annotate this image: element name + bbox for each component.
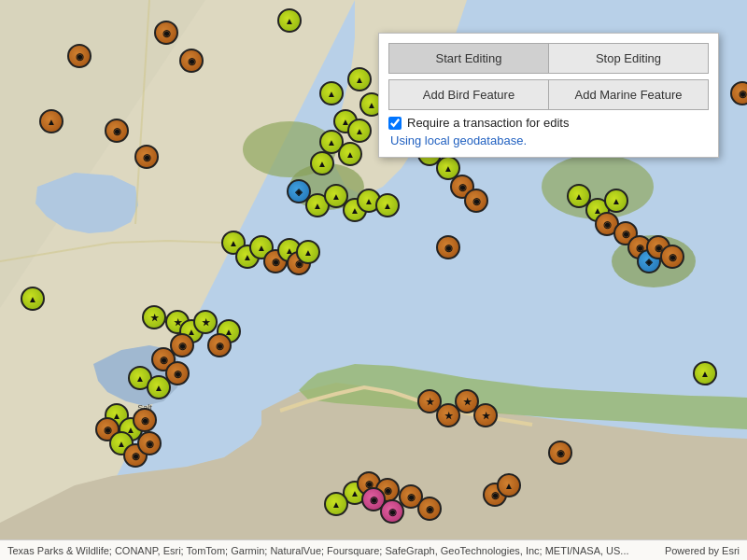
map-marker[interactable]: ◉ xyxy=(660,245,684,269)
map-marker[interactable]: ◉ xyxy=(133,408,157,432)
map-marker[interactable]: ★ xyxy=(193,310,218,334)
map-marker[interactable]: ▲ xyxy=(147,375,171,399)
map-marker[interactable]: ▲ xyxy=(319,81,344,105)
add-marine-feature-button[interactable]: Add Marine Feature xyxy=(548,79,709,110)
map-marker[interactable]: ◉ xyxy=(179,49,204,73)
transaction-checkbox-row: Require a transaction for edits xyxy=(388,116,709,130)
map-marker[interactable]: ▲ xyxy=(347,119,372,143)
stop-editing-button[interactable]: Stop Editing xyxy=(548,43,709,74)
map-marker[interactable]: ◉ xyxy=(154,21,178,45)
map-marker[interactable]: ▲ xyxy=(693,361,717,385)
map-marker[interactable]: ◉ xyxy=(137,431,162,455)
map-marker[interactable]: ★ xyxy=(142,305,166,329)
map-marker[interactable]: ◉ xyxy=(464,189,488,213)
geodatabase-link[interactable]: Using local geodatabase. xyxy=(390,133,709,147)
map-marker[interactable]: ▲ xyxy=(310,151,334,175)
map-marker[interactable]: ▲ xyxy=(338,142,362,166)
status-bar: Texas Parks & Wildlife; CONANP, Esri; To… xyxy=(0,539,747,560)
map-marker[interactable]: ◉ xyxy=(134,145,159,169)
feature-buttons-row: Add Bird Feature Add Marine Feature xyxy=(388,79,709,110)
map-marker[interactable]: ◉ xyxy=(207,333,232,357)
require-transaction-label: Require a transaction for edits xyxy=(407,116,569,130)
map-marker[interactable]: ▲ xyxy=(277,8,302,33)
map-marker[interactable]: ★ xyxy=(473,403,498,427)
map-marker[interactable]: ▲ xyxy=(497,473,521,497)
edit-panel: Start Editing Stop Editing Add Bird Feat… xyxy=(378,33,719,158)
editing-buttons-row: Start Editing Stop Editing xyxy=(388,43,709,74)
require-transaction-checkbox[interactable] xyxy=(388,117,402,130)
map-marker[interactable]: ◉ xyxy=(436,235,460,259)
map-marker[interactable]: ▲ xyxy=(21,287,45,311)
attribution-text: Texas Parks & Wildlife; CONANP, Esri; To… xyxy=(7,545,629,556)
map-marker[interactable]: ◉ xyxy=(67,44,92,68)
map-marker[interactable]: ▲ xyxy=(375,193,400,217)
map-marker[interactable]: ◉ xyxy=(417,497,442,521)
powered-by-text: Powered by Esri xyxy=(665,545,740,556)
map-marker[interactable]: ▲ xyxy=(604,189,628,213)
map-marker[interactable]: ▲ xyxy=(324,492,348,516)
map-container: Salt Lake ▲◉◉◉▲◉◉▲▲▲▲▲▲▲▲▲▲◉◈▲▲▲▲▲◉◉▲▲▲◉… xyxy=(0,0,747,560)
map-marker[interactable]: ▲ xyxy=(296,240,320,264)
start-editing-button[interactable]: Start Editing xyxy=(388,43,548,74)
map-marker[interactable]: ▲ xyxy=(347,67,372,91)
add-bird-feature-button[interactable]: Add Bird Feature xyxy=(388,79,548,110)
map-marker[interactable]: ▲ xyxy=(39,109,63,133)
map-marker[interactable]: ◉ xyxy=(105,119,129,143)
map-marker[interactable]: ◉ xyxy=(548,441,572,465)
